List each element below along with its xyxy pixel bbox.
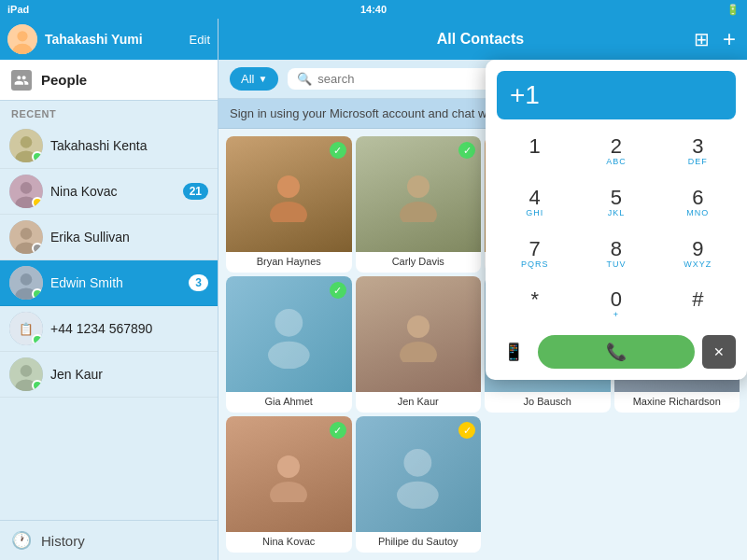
unread-badge: 21 xyxy=(183,183,208,200)
header-actions: ⊞ + xyxy=(694,26,736,52)
svg-point-10 xyxy=(21,228,33,240)
status-online-dot xyxy=(32,151,43,162)
history-nav-item[interactable]: 🕐 History xyxy=(0,520,218,560)
contact-name: Carly Davis xyxy=(388,256,448,267)
dial-key-8[interactable]: 8 TUV xyxy=(578,231,654,277)
contact-card[interactable]: ✓ Gia Ahmet xyxy=(226,276,352,413)
contact-name: Jen Kaur xyxy=(50,367,208,382)
filter-label: All xyxy=(241,72,254,86)
dial-key-star[interactable]: * xyxy=(497,282,572,328)
sidebar-header: Tahakashi Yumi Edit xyxy=(0,19,218,60)
dial-key-7[interactable]: 7 PQRS xyxy=(497,231,572,277)
status-bar: iPad 14:40 🔋 xyxy=(0,0,747,19)
dialpad-actions: 📱 📞 ✕ xyxy=(497,335,736,369)
main-header: All Contacts ⊞ + xyxy=(218,19,747,60)
phone-icon[interactable]: 📱 xyxy=(497,335,530,369)
backspace-icon: ✕ xyxy=(713,344,725,359)
avatar xyxy=(9,129,43,162)
dial-key-3[interactable]: 3 DEF xyxy=(660,129,736,175)
contact-name: Takahashi Kenta xyxy=(50,138,208,153)
dial-key-0[interactable]: 0 + xyxy=(578,282,654,328)
check-icon: ✓ xyxy=(458,142,475,159)
dial-key-2[interactable]: 2 ABC xyxy=(578,129,654,175)
contact-name: Nina Kovac xyxy=(50,184,176,199)
svg-text:📋: 📋 xyxy=(19,322,34,337)
contact-item[interactable]: Erika Sullivan xyxy=(0,215,218,260)
dial-key-9[interactable]: 9 WXYZ xyxy=(660,231,736,277)
history-label: History xyxy=(41,533,85,549)
people-nav-item[interactable]: People xyxy=(0,60,218,101)
contact-card[interactable]: Jen Kaur xyxy=(356,276,482,413)
contact-card[interactable]: ✓ Bryan Haynes xyxy=(226,136,352,273)
svg-point-39 xyxy=(397,481,439,509)
contact-item[interactable]: Nina Kovac 21 xyxy=(0,169,218,215)
status-away-dot xyxy=(32,197,43,208)
check-icon: ✓ xyxy=(330,422,346,439)
check-icon: ✓ xyxy=(458,422,475,439)
status-time: 14:40 xyxy=(360,4,387,15)
delete-button[interactable]: ✕ xyxy=(702,335,736,369)
contact-name: +44 1234 567890 xyxy=(50,321,208,336)
chevron-down-icon: ▼ xyxy=(258,74,267,84)
dialpad-display: +1 xyxy=(497,71,736,119)
check-icon: ✓ xyxy=(330,282,346,299)
contact-item[interactable]: Takahashi Kenta xyxy=(0,123,218,169)
svg-point-23 xyxy=(400,202,437,222)
add-contact-icon[interactable]: + xyxy=(723,26,736,52)
svg-point-36 xyxy=(277,455,300,478)
svg-point-20 xyxy=(277,175,300,198)
contact-photo: ✓ xyxy=(356,136,482,252)
contact-name: Jen Kaur xyxy=(394,396,443,407)
contact-name: Erika Sullivan xyxy=(50,230,208,245)
people-label: People xyxy=(41,72,87,88)
avatar xyxy=(9,220,43,254)
contact-item[interactable]: Jen Kaur xyxy=(0,352,218,398)
contact-name: Bryan Haynes xyxy=(253,256,325,267)
status-offline-dot xyxy=(32,243,43,254)
dialpad-overlay: +1 1 2 ABC 3 DEF 4 GHI xyxy=(486,60,747,380)
dial-key-6[interactable]: 6 MNO xyxy=(660,180,736,226)
svg-point-7 xyxy=(21,182,33,194)
dialpad-grid: 1 2 ABC 3 DEF 4 GHI 5 JKL xyxy=(497,129,736,328)
contact-item[interactable]: 📋 +44 1234 567890 xyxy=(0,306,218,352)
svg-point-22 xyxy=(407,175,430,198)
main-content: All Contacts ⊞ + All ▼ 🔍 Sign in using y… xyxy=(218,19,747,560)
call-button[interactable]: 📞 xyxy=(538,335,695,369)
svg-point-37 xyxy=(270,482,307,502)
avatar xyxy=(9,266,43,300)
svg-point-28 xyxy=(275,309,303,337)
svg-point-38 xyxy=(404,449,432,477)
svg-point-21 xyxy=(270,202,307,222)
avatar xyxy=(9,175,43,208)
contact-card[interactable]: ✓ Nina Kovac xyxy=(226,416,352,553)
contact-item[interactable]: Edwin Smith 3 xyxy=(0,260,218,306)
contact-name: Jo Bausch xyxy=(520,396,575,407)
sidebar: Tahakashi Yumi Edit People RECENT Takaha… xyxy=(0,19,218,560)
contact-name: Nina Kovac xyxy=(259,536,318,547)
svg-point-1 xyxy=(17,31,27,41)
edit-button[interactable]: Edit xyxy=(190,33,210,47)
contact-name: Gia Ahmet xyxy=(261,396,317,407)
phone-call-icon: 📞 xyxy=(606,342,627,362)
svg-point-4 xyxy=(21,136,33,148)
contact-photo: ✓ xyxy=(226,136,352,252)
dial-key-1[interactable]: 1 xyxy=(497,129,572,175)
avatar xyxy=(9,357,43,391)
contact-name: Edwin Smith xyxy=(50,275,181,290)
contact-name: Philipe du Sautoy xyxy=(374,536,462,547)
dial-key-5[interactable]: 5 JKL xyxy=(578,180,654,226)
dial-key-hash[interactable]: # xyxy=(660,282,736,328)
status-online-dot xyxy=(32,288,43,300)
recent-section-label: RECENT xyxy=(0,101,218,123)
svg-point-31 xyxy=(400,342,437,362)
contact-card[interactable]: ✓ Carly Davis xyxy=(356,136,482,273)
status-battery: 🔋 xyxy=(726,4,740,16)
grid-icon[interactable]: ⊞ xyxy=(694,28,710,50)
user-name: Tahakashi Yumi xyxy=(45,32,182,47)
dial-key-4[interactable]: 4 GHI xyxy=(497,180,572,226)
status-device: iPad xyxy=(7,4,29,15)
filter-button[interactable]: All ▼ xyxy=(230,67,278,91)
contact-card[interactable]: ✓ Philipe du Sautoy xyxy=(356,416,482,553)
people-icon xyxy=(11,70,32,91)
contact-photo: ✓ xyxy=(226,416,352,532)
